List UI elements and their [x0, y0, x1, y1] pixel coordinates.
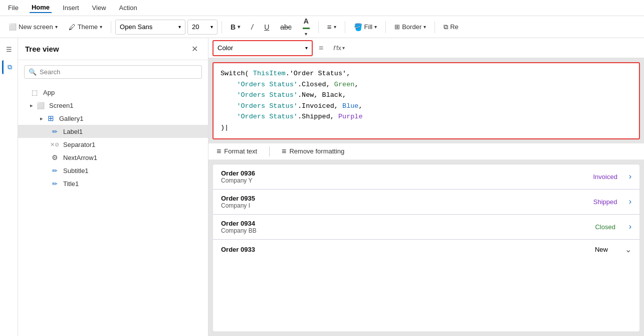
screen1-caret-icon: ▸: [30, 102, 33, 109]
tree-item-label1[interactable]: ✏ Label1: [18, 125, 208, 138]
new-screen-button[interactable]: ⬜ New screen ▾: [4, 21, 62, 33]
underline-icon: U: [264, 23, 269, 31]
remove-formatting-button[interactable]: ≡ Remove formatting: [282, 147, 344, 156]
format-text-icon: ≡: [217, 147, 221, 156]
theme-icon: 🖊: [69, 23, 76, 31]
toolbar: ⬜ New screen ▾ 🖊 Theme ▾ Open Sans ▾ 20 …: [0, 16, 644, 38]
bold-chevron-icon: ▾: [238, 24, 240, 30]
tree-item-app[interactable]: ⬚ App: [18, 86, 208, 99]
font-select[interactable]: Open Sans ▾: [115, 20, 185, 35]
re-icon: ⧉: [444, 23, 448, 31]
format-text-button[interactable]: ≡ Format text: [217, 147, 257, 156]
strikethrough-icon: abc: [280, 23, 292, 31]
tree-close-button[interactable]: ✕: [188, 43, 201, 55]
tree-item-nextarrow1[interactable]: ⚙ NextArrow1: [18, 151, 208, 164]
property-chevron-icon: ▾: [305, 45, 308, 51]
align-icon: ≡: [327, 23, 332, 31]
font-label: Open Sans: [120, 23, 152, 31]
gallery-preview: Order 0936 Company Y Invoiced › Order 09…: [212, 164, 640, 332]
tree-item-title1[interactable]: ✏ Title1: [18, 177, 208, 190]
gallery-item-0933[interactable]: Order 0933 New ⌄: [213, 240, 639, 259]
font-color-button[interactable]: A ▾: [298, 15, 314, 39]
tree-item-screen1[interactable]: ▸ ⬜ Screen1: [18, 99, 208, 112]
code-line-3: 'Orders Status'.New, Black,: [221, 90, 632, 101]
fx-label: f: [333, 44, 335, 52]
property-select[interactable]: Color ▾: [212, 40, 313, 56]
code-line-5: 'Orders Status'.Shipped, Purple: [221, 111, 632, 122]
italic-icon: /: [251, 23, 253, 31]
border-button[interactable]: ⊞ Border ▾: [390, 21, 431, 33]
gallery-item-0934[interactable]: Order 0934 Company BB Closed ›: [213, 215, 639, 240]
italic-button[interactable]: /: [247, 21, 258, 34]
tree-item-separator1[interactable]: ✕⊘ Separator1: [18, 138, 208, 151]
title1-icon: ✏: [50, 179, 59, 188]
equals-sign: =: [317, 44, 325, 53]
theme-label: Theme: [78, 23, 98, 31]
menu-action[interactable]: Action: [117, 3, 139, 13]
tree-panel: Tree view ✕ 🔍 ⬚ App ▸ ⬜ Screen1 ▸: [18, 38, 208, 336]
arrow-icon-0936: ›: [629, 172, 631, 181]
gallery-item-0935[interactable]: Order 0935 Company I Shipped ›: [213, 190, 639, 215]
font-size-chevron-icon: ▾: [210, 24, 213, 30]
gallery-item-0936[interactable]: Order 0936 Company Y Invoiced ›: [213, 164, 639, 190]
status-badge-0935: Shipped: [588, 198, 623, 206]
new-screen-label: New screen: [19, 23, 53, 31]
tree-item-subtitle1[interactable]: ✏ Subtitle1: [18, 164, 208, 177]
icon-strip: ☰ ⧉: [0, 38, 18, 336]
app-icon: ⬚: [30, 88, 39, 97]
layers-icon: ⧉: [8, 63, 12, 71]
font-color-chevron-icon: ▾: [305, 31, 307, 37]
separator1-icon: ✕⊘: [50, 140, 59, 149]
search-box[interactable]: 🔍: [24, 65, 202, 79]
font-color-icon: A: [304, 17, 309, 25]
align-button[interactable]: ≡ ▾: [323, 20, 341, 34]
fill-bucket-icon: 🪣: [354, 23, 362, 31]
re-button[interactable]: ⧉ Re: [439, 21, 463, 34]
search-icon: 🔍: [29, 68, 37, 76]
code-line-2: 'Orders Status'.Closed, Green,: [221, 79, 632, 90]
fill-chevron-icon: ▾: [374, 24, 377, 30]
fill-button[interactable]: 🪣 Fill ▾: [349, 21, 382, 34]
theme-button[interactable]: 🖊 Theme ▾: [64, 21, 107, 34]
tree-item-label-gallery1: Gallery1: [59, 115, 83, 122]
screen-icon: ⬜: [36, 101, 45, 110]
order-id-0936: Order 0936: [221, 170, 582, 177]
hamburger-button[interactable]: ☰: [2, 42, 16, 56]
layers-button[interactable]: ⧉: [2, 60, 16, 74]
underline-button[interactable]: U: [260, 21, 274, 34]
tree-item-label-separator1: Separator1: [63, 141, 95, 148]
strikethrough-button[interactable]: abc: [276, 21, 296, 34]
nextarrow1-icon: ⚙: [50, 153, 59, 162]
font-size-select[interactable]: 20 ▾: [187, 20, 218, 35]
fx-button[interactable]: f fx ▾: [329, 43, 349, 53]
remove-formatting-icon: ≡: [282, 147, 286, 156]
fx-text: fx: [336, 44, 341, 52]
gallery1-caret-icon: ▸: [40, 115, 43, 122]
align-chevron-icon: ▾: [334, 24, 336, 30]
gallery-icon: ⊞: [46, 114, 55, 123]
menu-home[interactable]: Home: [30, 3, 52, 13]
code-editor[interactable]: Switch( ThisItem.'Order Status', 'Orders…: [212, 62, 640, 139]
search-input[interactable]: [40, 68, 197, 76]
border-icon: ⊞: [394, 23, 400, 31]
order-id-0933: Order 0933: [221, 246, 578, 253]
property-label: Color: [218, 44, 233, 52]
remove-formatting-label: Remove formatting: [289, 147, 344, 155]
separator-6: [435, 21, 435, 33]
separator-3: [318, 21, 319, 33]
separator-2: [222, 21, 222, 33]
tree-item-label-label1: Label1: [63, 128, 83, 135]
menu-insert[interactable]: Insert: [61, 3, 81, 13]
hamburger-icon: ☰: [6, 46, 12, 53]
separator-4: [345, 21, 345, 33]
separator-5: [385, 21, 386, 33]
menu-file[interactable]: File: [6, 3, 21, 13]
company-0936: Company Y: [221, 177, 582, 184]
bold-button[interactable]: B ▾: [226, 21, 245, 34]
tree-item-gallery1[interactable]: ▸ ⊞ Gallery1: [18, 112, 208, 125]
menu-view[interactable]: View: [90, 3, 108, 13]
fill-label: Fill: [364, 23, 373, 31]
order-id-0934: Order 0934: [221, 220, 582, 227]
order-id-0935: Order 0935: [221, 195, 582, 202]
code-line-4: 'Orders Status'.Invoiced, Blue,: [221, 101, 632, 112]
